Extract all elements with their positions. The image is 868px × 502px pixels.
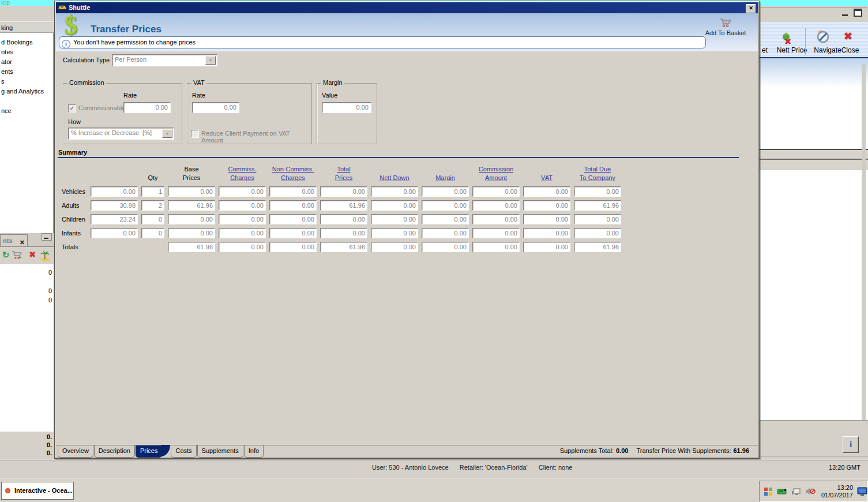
- summary-cell[interactable]: 0.00: [574, 228, 621, 238]
- summary-cell[interactable]: 0.00: [371, 186, 418, 197]
- summary-cell[interactable]: 0.00: [422, 214, 469, 224]
- summary-cell[interactable]: 0.00: [523, 214, 570, 224]
- summary-cell[interactable]: 61.96: [168, 200, 215, 211]
- basket-add-icon[interactable]: [12, 250, 23, 261]
- add-to-basket-button[interactable]: Add To Basket: [701, 18, 750, 36]
- refresh-icon[interactable]: ↻: [0, 250, 12, 261]
- summary-cell[interactable]: 61.96: [574, 200, 621, 211]
- summary-column-header[interactable]: Commiss.Charges: [219, 165, 266, 185]
- summary-cell[interactable]: 0.00: [371, 200, 418, 211]
- summary-column-header[interactable]: VAT: [523, 165, 570, 185]
- volume-muted-icon[interactable]: [805, 487, 816, 496]
- delete-icon[interactable]: ✖: [27, 250, 38, 261]
- taskbar-app-button[interactable]: Interactive - Ocea...: [1, 482, 74, 500]
- antivirus-icon[interactable]: [764, 487, 773, 496]
- summary-cell[interactable]: 0.00: [320, 186, 367, 197]
- summary-cell[interactable]: 30.98: [91, 200, 138, 211]
- margin-value-field[interactable]: 0.00: [322, 102, 371, 113]
- summary-cell[interactable]: 0.00: [574, 186, 621, 197]
- summary-cell[interactable]: 0: [141, 214, 164, 224]
- summary-cell[interactable]: 0.00: [269, 242, 317, 252]
- summary-cell[interactable]: 0.00: [219, 200, 266, 211]
- sidebar-item[interactable]: g and Analytics: [0, 87, 53, 96]
- summary-cell[interactable]: 61.96: [574, 242, 621, 252]
- sidebar-item-partial[interactable]: king: [0, 23, 55, 33]
- summary-cell[interactable]: 0.00: [523, 228, 570, 238]
- summary-column-header[interactable]: TotalPrices: [320, 165, 367, 185]
- dialog-titlebar[interactable]: Shuttle ✕: [56, 2, 758, 13]
- tab-prices[interactable]: Prices: [136, 445, 163, 458]
- summary-cell[interactable]: 0.00: [219, 228, 266, 238]
- sidebar-item[interactable]: d Bookings: [0, 38, 53, 47]
- summary-column-header[interactable]: CommissionAmount: [472, 165, 520, 185]
- info-button[interactable]: i: [843, 436, 859, 453]
- basket-button-partial[interactable]: et: [760, 46, 770, 54]
- summary-cell[interactable]: 0.00: [219, 186, 266, 197]
- summary-cell[interactable]: 0.00: [91, 228, 138, 238]
- summary-cell[interactable]: 0.00: [371, 242, 418, 252]
- minimize-icon[interactable]: [841, 10, 850, 17]
- summary-cell[interactable]: 0.00: [168, 214, 215, 224]
- summary-cell[interactable]: 0.00: [472, 200, 520, 211]
- summary-cell[interactable]: 0.00: [422, 228, 469, 238]
- summary-cell[interactable]: 0.00: [523, 186, 570, 197]
- summary-column-header[interactable]: Nett Down: [371, 165, 418, 185]
- maximize-icon[interactable]: [854, 9, 862, 17]
- sidebar-item[interactable]: nce: [0, 106, 53, 116]
- summary-cell[interactable]: 61.96: [168, 242, 215, 252]
- close-button[interactable]: Close: [839, 46, 862, 54]
- summary-cell[interactable]: 1: [141, 186, 164, 197]
- reduce-vat-checkbox[interactable]: [191, 130, 199, 138]
- summary-cell[interactable]: 0.00: [371, 228, 418, 238]
- network-card-icon[interactable]: [777, 488, 787, 495]
- commission-rate-field[interactable]: 0.00: [123, 102, 171, 113]
- summary-cell[interactable]: 0.00: [422, 186, 469, 197]
- summary-cell[interactable]: 0.00: [422, 200, 469, 211]
- summary-cell[interactable]: 0.00: [523, 242, 570, 252]
- summary-cell[interactable]: 0.00: [371, 214, 418, 224]
- summary-column-header[interactable]: Margin: [422, 165, 469, 185]
- sidebar-item[interactable]: s: [0, 77, 53, 87]
- summary-cell[interactable]: 0.00: [269, 214, 317, 224]
- dialog-close-button[interactable]: ✕: [746, 4, 756, 13]
- summary-cell[interactable]: 0.00: [168, 186, 215, 197]
- summary-cell[interactable]: 23.24: [91, 214, 138, 224]
- commissionable-checkbox[interactable]: ✓: [68, 104, 76, 113]
- tab-close-icon[interactable]: ✕: [20, 237, 25, 248]
- palm-tree-icon[interactable]: [39, 250, 51, 261]
- summary-cell[interactable]: 0.00: [320, 228, 367, 238]
- summary-cell[interactable]: 0.00: [422, 242, 469, 252]
- tab-supplements[interactable]: Supplements: [197, 445, 243, 458]
- summary-cell[interactable]: 61.96: [320, 242, 367, 252]
- tab-info[interactable]: Info: [244, 445, 264, 458]
- tab-costs[interactable]: Costs: [171, 445, 196, 458]
- summary-cell[interactable]: 0.00: [472, 186, 520, 197]
- tab-description[interactable]: Description: [94, 445, 135, 458]
- summary-cell[interactable]: 0.00: [91, 186, 138, 197]
- summary-cell[interactable]: 0.00: [472, 214, 520, 224]
- summary-cell[interactable]: 0.00: [472, 228, 520, 238]
- display-icon[interactable]: [857, 487, 867, 496]
- summary-cell[interactable]: 0.00: [269, 200, 317, 211]
- how-select[interactable]: % Increase or Decrease [%] ▼: [68, 128, 174, 140]
- left-panel-tab[interactable]: nts ✕: [0, 234, 28, 246]
- summary-column-header[interactable]: Total DueTo Company: [574, 165, 621, 185]
- summary-cell[interactable]: 0: [141, 228, 164, 238]
- summary-cell[interactable]: 0.00: [219, 214, 266, 224]
- nett-price-button[interactable]: Nett Price: [772, 46, 812, 54]
- summary-cell[interactable]: 0.00: [269, 186, 317, 197]
- sidebar-item[interactable]: ents: [0, 67, 53, 77]
- summary-cell[interactable]: 0.00: [168, 228, 215, 238]
- summary-cell[interactable]: 0.00: [219, 242, 266, 252]
- summary-cell[interactable]: 0.00: [269, 228, 317, 238]
- vat-rate-field[interactable]: 0.00: [192, 102, 239, 113]
- sidebar-item[interactable]: otes: [0, 47, 53, 57]
- summary-column-header[interactable]: Non-Commiss.Charges: [269, 165, 317, 185]
- scrollbar[interactable]: [862, 63, 866, 420]
- summary-cell[interactable]: 61.96: [320, 200, 367, 211]
- calculation-type-select[interactable]: Per Person ▼: [112, 54, 217, 66]
- sidebar-item[interactable]: ator: [0, 57, 53, 67]
- summary-cell[interactable]: 2: [141, 200, 164, 211]
- tab-overview[interactable]: Overview: [58, 445, 93, 458]
- summary-cell[interactable]: 0.00: [472, 242, 520, 252]
